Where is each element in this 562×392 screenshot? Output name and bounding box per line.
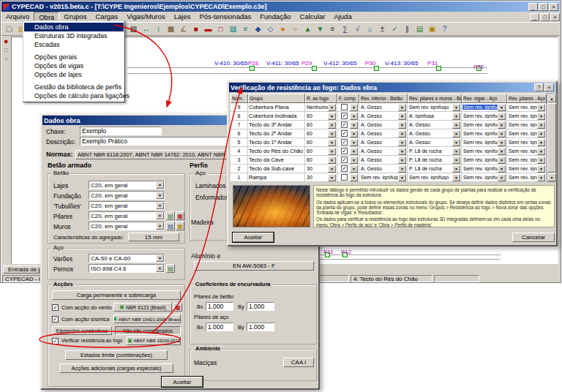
cell-rev_vigas[interactable]: Sem rev. ignífugo▼: [462, 147, 507, 156]
cell-rev_pil_muros[interactable]: A. Ignífuga▼: [408, 112, 462, 121]
results-icon[interactable]: √: [351, 23, 364, 35]
chevron-down-icon[interactable]: ▼: [156, 212, 164, 219]
cell-rev_pil_muros[interactable]: P. Lã de rocha▼: [408, 147, 462, 156]
cell-rev_pil_muros[interactable]: P. Lã de rocha▼: [408, 165, 462, 173]
cell-rev_vigas[interactable]: Sem rev. ignífugo▼: [462, 129, 507, 138]
chevron-down-icon[interactable]: ▼: [498, 148, 506, 155]
grid-icon[interactable]: ▩: [165, 23, 177, 35]
chevron-down-icon[interactable]: ▼: [398, 113, 406, 120]
column-header-r-ao-fogo[interactable]: R. ao fogo: [305, 94, 337, 103]
chevron-down-icon[interactable]: ▼: [328, 121, 336, 129]
chevron-down-icon[interactable]: ▼: [398, 130, 406, 137]
chevron-down-icon[interactable]: ▼: [498, 157, 506, 164]
cell-f_comp[interactable]: ✓▼: [337, 138, 359, 147]
chevron-down-icon[interactable]: ▼: [537, 157, 545, 164]
cell-rev_inf[interactable]: A. Gesso▼: [359, 147, 408, 156]
agregado-button[interactable]: 15 mm: [128, 233, 179, 241]
chevron-down-icon[interactable]: ▼: [452, 174, 460, 181]
chevron-down-icon[interactable]: ▼: [398, 148, 406, 155]
cell-rev_pilares[interactable]: Sem rev. ignífugo▼: [507, 129, 547, 138]
chevron-down-icon[interactable]: ▼: [452, 130, 460, 137]
menu-vigas-muros[interactable]: Vigas/Muros: [122, 12, 170, 23]
cell-rev_pil_muros[interactable]: Sem rev. ignífugo▼: [408, 103, 462, 112]
cell-rev_vigas[interactable]: Sem rev. ignífugo▼: [462, 173, 507, 182]
chevron-down-icon[interactable]: ▼: [328, 174, 336, 181]
carga-permanente-button[interactable]: Carga permanente e sobrecarga: [52, 290, 181, 300]
menu-item-dados-obra[interactable]: Dados obra: [24, 23, 124, 31]
menu-item-escadas[interactable]: Escadas: [24, 40, 124, 49]
ortho-icon[interactable]: ∠: [177, 23, 190, 35]
chevron-down-icon[interactable]: ▼: [350, 174, 358, 181]
aluminio-norma-button[interactable]: EN AW-5083 - F: [194, 261, 314, 271]
menu-ajuda[interactable]: Ajuda: [329, 12, 356, 23]
cancelar-button[interactable]: Cancelar: [512, 233, 555, 242]
chevron-down-icon[interactable]: ▼: [350, 165, 358, 173]
elementos-construtivos-button[interactable]: Elementos construtivos: [52, 326, 112, 335]
column-tool-icon[interactable]: ■: [190, 23, 202, 35]
chevron-down-icon[interactable]: ▼: [398, 157, 406, 164]
cell-rev_pilares[interactable]: Sem rev. ignífugo▼: [507, 112, 547, 121]
new-file-icon[interactable]: ▢: [3, 23, 15, 35]
cell-rev_pilares[interactable]: Sem rev. ignífugo▼: [507, 165, 547, 173]
cell-r_fogo[interactable]: 30▼: [305, 173, 337, 182]
chevron-down-icon[interactable]: ▼: [537, 104, 545, 111]
levels-icon[interactable]: ▼: [314, 23, 326, 35]
column-header-rev-pilares-aco[interactable]: Rev. pilares - Aço: [507, 94, 547, 103]
varoes-select[interactable]: CA-50 e CA-60▼: [89, 254, 165, 263]
chevron-down-icon[interactable]: ▼: [350, 148, 358, 155]
mesh-tool-icon[interactable]: ▲: [301, 23, 314, 35]
by-betao-input[interactable]: 1.000: [247, 302, 274, 311]
f-comp-checkbox[interactable]: ✓: [341, 121, 348, 128]
cell-rev_pilares[interactable]: Sem rev. ignífugo▼: [507, 103, 547, 112]
chevron-down-icon[interactable]: ▼: [328, 139, 336, 146]
menu-item-opcoes-de-vigas[interactable]: Opções de vigas: [24, 61, 124, 70]
fogo-titlebar[interactable]: Verificação de resistência ao fogo: Dado…: [229, 83, 555, 92]
vento-norma-button[interactable]: ▣ NBR 6123 (Brasil): [113, 303, 172, 312]
cell-rev_pilares[interactable]: Sem rev. ignífugo▼: [507, 121, 547, 129]
cell-f_comp[interactable]: ✓▼: [337, 121, 359, 129]
bx-aco-input[interactable]: 1.000: [206, 323, 233, 331]
chevron-down-icon[interactable]: ▼: [498, 174, 506, 181]
f-comp-checkbox[interactable]: [341, 174, 348, 181]
menu-item-opcoes-gerais[interactable]: Opções gerais: [24, 53, 124, 61]
f-comp-checkbox[interactable]: ✓: [341, 165, 348, 172]
point-tool-icon[interactable]: ●: [277, 23, 289, 35]
sections-icon[interactable]: ∥: [401, 23, 413, 35]
chevron-down-icon[interactable]: ▼: [537, 174, 545, 181]
column-header-rev-inferior-betao[interactable]: Rev. inferior - Betão: [359, 94, 408, 103]
chevron-down-icon[interactable]: ▼: [350, 104, 358, 111]
pilares-table-icon[interactable]: ▤: [166, 211, 175, 220]
chevron-down-icon[interactable]: ▼: [452, 113, 460, 120]
cell-rev_inf[interactable]: A. Gesso▼: [359, 129, 408, 138]
chevron-down-icon[interactable]: ▼: [156, 202, 164, 209]
f-comp-checkbox[interactable]: ✓: [341, 113, 348, 119]
vento-checkbox[interactable]: ✓: [52, 304, 59, 311]
pilares-select[interactable]: C20, em geral▼: [89, 211, 165, 220]
chevron-down-icon[interactable]: ▼: [537, 130, 545, 137]
child-restore-icon[interactable]: □: [540, 13, 550, 21]
f-comp-checkbox[interactable]: ✓: [341, 148, 348, 154]
chevron-down-icon[interactable]: ▼: [156, 265, 164, 272]
circle-tool-icon[interactable]: ○: [289, 23, 301, 35]
check-icon[interactable]: ✓: [389, 23, 401, 35]
chevron-down-icon[interactable]: ▼: [350, 139, 358, 146]
cell-r_fogo[interactable]: 30▼: [305, 165, 337, 173]
chevron-down-icon[interactable]: ▼: [328, 130, 336, 137]
cell-rev_vigas[interactable]: Sem rev. ignífugo▼: [462, 112, 507, 121]
fogo-norma-button[interactable]: ▣ ABNT NBR 15200:2012: [127, 336, 181, 345]
muros-select[interactable]: C20, em geral▼: [89, 222, 165, 230]
snap-icon[interactable]: ◇: [264, 23, 277, 35]
cell-rev_inf[interactable]: Sem rev. ignífugo▼: [359, 173, 408, 182]
close-icon[interactable]: ×: [544, 83, 554, 91]
f-comp-checkbox[interactable]: ✓: [341, 130, 348, 137]
help-icon[interactable]: ?: [534, 83, 544, 91]
cell-rev_vigas[interactable]: Sem rev. ignífugo▼: [462, 156, 507, 165]
cell-rev_pil_muros[interactable]: A. Gesso▼: [408, 138, 462, 147]
menu-item-opcoes-de-calculo-para-ligacoes[interactable]: Opções de cálculo para ligações: [24, 91, 124, 100]
cell-rev_pilares[interactable]: Sem rev. ignífugo▼: [507, 147, 547, 156]
scroll-thumb[interactable]: [547, 103, 556, 173]
caa-button[interactable]: CAA I: [283, 358, 314, 367]
chevron-down-icon[interactable]: ▼: [350, 157, 358, 164]
calculate-icon[interactable]: ∑: [339, 23, 351, 35]
reports-icon[interactable]: ▤: [413, 23, 426, 35]
